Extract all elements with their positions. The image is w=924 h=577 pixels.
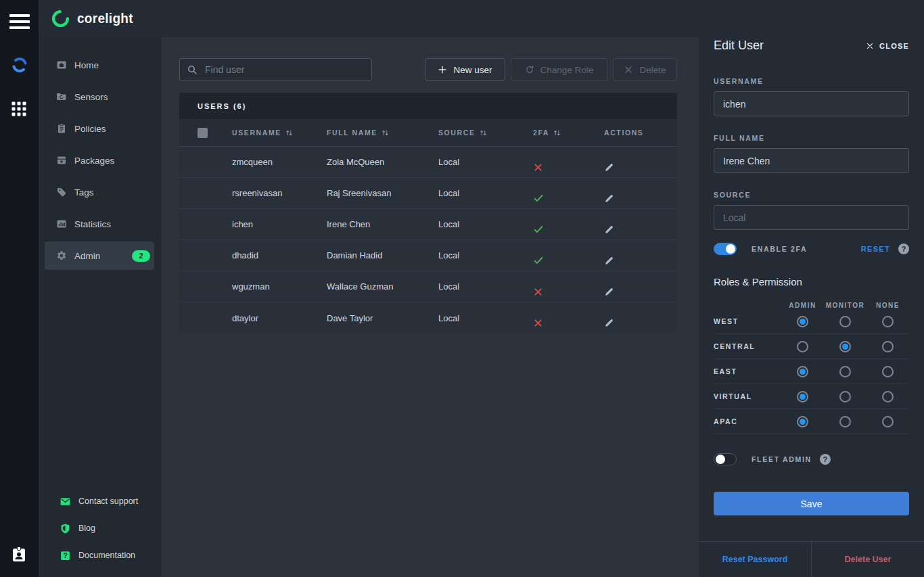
radio-west-admin[interactable]	[797, 316, 808, 327]
radio-east-none[interactable]	[882, 366, 894, 377]
role-row-west: WEST	[714, 309, 909, 334]
edit-user-icon[interactable]	[604, 256, 677, 266]
sidebar-item-admin[interactable]: Admin 2	[45, 241, 154, 270]
change-role-button: Change Role	[511, 58, 607, 81]
edit-user-icon[interactable]	[604, 162, 677, 172]
edit-user-icon[interactable]	[604, 318, 677, 328]
edit-user-icon[interactable]	[604, 225, 677, 235]
radio-west-none[interactable]	[882, 316, 894, 327]
column-header-2fa[interactable]: 2FA	[533, 129, 604, 137]
admin-icon	[56, 250, 67, 261]
sidebar-item-packages[interactable]: Packages	[45, 146, 154, 175]
table-row[interactable]: dhadid Damian Hadid Local	[179, 240, 677, 271]
sidebar: Home Sensors Policies Packages Tags Stat…	[39, 37, 161, 577]
radio-east-monitor[interactable]	[839, 366, 851, 377]
sync-icon[interactable]	[11, 56, 28, 74]
sidebar-item-statistics[interactable]: Statistics	[45, 210, 154, 238]
username-label: USERNAME	[714, 77, 909, 85]
table-title: USERS (6)	[179, 93, 677, 119]
sidebar-item-tags[interactable]: Tags	[45, 178, 154, 206]
toolbar-button-label: Delete	[639, 65, 666, 75]
enable-2fa-label: ENABLE 2FA	[752, 245, 807, 253]
sort-icon[interactable]	[480, 129, 487, 137]
role-column-admin: ADMIN	[781, 302, 824, 309]
role-column-none: NONE	[867, 302, 909, 309]
sensors-icon	[56, 91, 67, 102]
column-header-full-name[interactable]: FULL NAME	[327, 129, 438, 137]
radio-east-admin[interactable]	[797, 366, 808, 377]
radio-apac-none[interactable]	[882, 416, 894, 428]
toolbar-button-label: New user	[453, 65, 492, 75]
save-button[interactable]: Save	[714, 492, 909, 515]
delete-button: Delete	[613, 58, 677, 81]
table-row[interactable]: rsreenivasan Raj Sreenivasan Local	[179, 178, 677, 209]
radio-apac-monitor[interactable]	[839, 416, 851, 428]
sidebar-item-label: Home	[74, 60, 99, 70]
fullname-field[interactable]	[714, 148, 909, 173]
source-label: SOURCE	[714, 191, 909, 199]
reset-password-link[interactable]: Reset Password	[699, 542, 812, 577]
account-badge-icon[interactable]	[11, 546, 28, 565]
sidebar-footer-blog[interactable]: Blog	[39, 515, 161, 542]
cell-fullname: Wallace Guzman	[327, 281, 438, 292]
cell-username: dhadid	[232, 250, 327, 260]
2fa-enabled-icon	[533, 193, 604, 204]
sidebar-footer-contact-support[interactable]: Contact support	[39, 488, 161, 515]
radio-virtual-monitor[interactable]	[839, 391, 851, 402]
sort-icon[interactable]	[553, 129, 561, 137]
delete-user-link[interactable]: Delete User	[812, 542, 924, 577]
roles-matrix: WEST CENTRAL EAST VIRTUAL APAC	[714, 309, 909, 434]
apps-grid-icon[interactable]	[11, 101, 28, 118]
cell-username: dtaylor	[232, 313, 327, 323]
sidebar-item-home[interactable]: Home	[45, 51, 154, 79]
table-row[interactable]: zmcqueen Zola McQueen Local	[179, 147, 677, 178]
fleet-admin-toggle[interactable]	[714, 453, 737, 465]
table-row[interactable]: wguzman Wallace Guzman Local	[179, 271, 677, 302]
sort-icon[interactable]	[285, 129, 293, 137]
sidebar-item-sensors[interactable]: Sensors	[45, 83, 154, 111]
source-field	[714, 205, 909, 230]
sidebar-footer-documentation[interactable]: ? Documentation	[39, 542, 161, 569]
sidebar-footer: Contact support Blog ? Documentation	[39, 488, 161, 577]
radio-central-monitor[interactable]	[839, 341, 851, 352]
radio-west-monitor[interactable]	[839, 316, 851, 327]
edit-user-panel: Edit User CLOSE USERNAME FULL NAME SOURC…	[699, 0, 924, 577]
cell-fullname: Damian Hadid	[327, 250, 438, 260]
sort-icon[interactable]	[382, 129, 389, 137]
table-row[interactable]: ichen Irene Chen Local	[179, 209, 677, 240]
search-input[interactable]	[204, 64, 365, 76]
table-row[interactable]: dtaylor Dave Taylor Local	[179, 302, 677, 333]
column-header-source[interactable]: SOURCE	[438, 129, 533, 137]
cell-source: Local	[438, 219, 533, 229]
cell-fullname: Zola McQueen	[327, 157, 438, 167]
reset-2fa-link[interactable]: RESET	[861, 245, 890, 253]
select-all-checkbox[interactable]	[198, 128, 208, 138]
sidebar-item-policies[interactable]: Policies	[45, 114, 154, 143]
new-user-button[interactable]: New user	[425, 58, 505, 81]
2fa-help-icon[interactable]: ?	[898, 244, 909, 254]
sidebar-nav: Home Sensors Policies Packages Tags Stat…	[39, 37, 161, 273]
radio-virtual-none[interactable]	[882, 391, 894, 402]
role-row-label: APAC	[714, 417, 781, 425]
radio-apac-admin[interactable]	[797, 416, 808, 428]
sidebar-item-label: Tags	[74, 187, 94, 198]
radio-central-none[interactable]	[882, 341, 894, 352]
close-button[interactable]: CLOSE	[866, 42, 909, 50]
column-header-username[interactable]: USERNAME	[232, 129, 327, 137]
edit-user-icon[interactable]	[604, 287, 677, 297]
toolbar-buttons: New user Change Role Delete	[425, 58, 677, 81]
menu-icon[interactable]	[9, 14, 30, 29]
edit-user-icon[interactable]	[604, 193, 677, 204]
radio-central-admin[interactable]	[797, 341, 808, 352]
role-row-label: EAST	[714, 367, 781, 375]
fleet-admin-help-icon[interactable]: ?	[820, 454, 831, 465]
role-column-monitor: MONITOR	[824, 302, 867, 309]
plus-icon	[438, 65, 447, 74]
2fa-disabled-icon	[533, 162, 604, 172]
toolbar-button-label: Change Role	[540, 65, 594, 75]
radio-virtual-admin[interactable]	[797, 391, 808, 402]
enable-2fa-toggle[interactable]	[714, 243, 737, 255]
username-field[interactable]	[714, 91, 909, 116]
table-body: zmcqueen Zola McQueen Local rsreenivasan…	[179, 147, 677, 333]
2fa-disabled-icon	[533, 318, 604, 328]
